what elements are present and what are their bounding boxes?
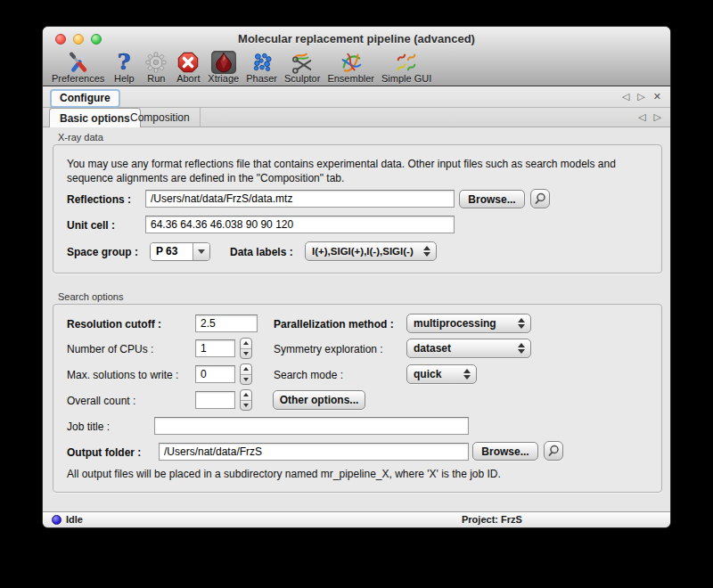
simple-gui-icon bbox=[394, 51, 419, 74]
output-folder-browse-button[interactable]: Browse... bbox=[472, 442, 538, 461]
project-label: Project: FrzS bbox=[462, 514, 522, 525]
max-solutions-stepper bbox=[240, 363, 252, 385]
tab-close-icon[interactable]: ✕ bbox=[653, 90, 661, 102]
toolbar-label: Abort bbox=[176, 74, 200, 84]
status-text: Idle bbox=[66, 514, 83, 525]
reflections-browse-button[interactable]: Browse... bbox=[459, 190, 525, 208]
toolbar-button-help[interactable]: ? Help bbox=[111, 51, 136, 84]
toolbar-label: Run bbox=[147, 74, 165, 84]
toolbar: Preferences ? Help bbox=[43, 52, 670, 86]
toolbar-label: Simple GUI bbox=[381, 74, 431, 84]
status-indicator-icon bbox=[52, 515, 61, 525]
stepper-up-button[interactable] bbox=[241, 390, 251, 401]
tab-configure-label: Configure bbox=[60, 92, 111, 104]
abort-icon bbox=[176, 51, 201, 74]
tab-composition-label: Composition bbox=[130, 111, 190, 124]
stepper-down-button[interactable] bbox=[241, 349, 251, 359]
reflections-label: Reflections : bbox=[67, 193, 131, 206]
toolbar-button-run[interactable]: Run bbox=[143, 51, 168, 84]
title-bar: Molecular replacement pipeline (advanced… bbox=[43, 27, 670, 52]
number-of-cpus-label: Number of CPUs : bbox=[67, 343, 153, 355]
output-folder-input[interactable] bbox=[159, 443, 469, 461]
toolbar-label: Sculptor bbox=[284, 74, 320, 84]
xray-description: You may use any format reflections file … bbox=[67, 157, 616, 185]
popup-arrows-icon bbox=[516, 318, 527, 329]
symmetry-exploration-select[interactable]: dataset bbox=[406, 339, 531, 358]
stepper-down-button[interactable] bbox=[241, 375, 251, 385]
output-folder-search-button[interactable] bbox=[544, 441, 563, 461]
stepper-up-button[interactable] bbox=[241, 339, 251, 349]
popup-arrows-icon bbox=[422, 246, 432, 257]
window-title: Molecular replacement pipeline (advanced… bbox=[43, 32, 670, 45]
svg-text:?: ? bbox=[118, 51, 131, 74]
reflections-input[interactable] bbox=[145, 190, 455, 208]
tab-configure[interactable]: Configure bbox=[50, 89, 120, 108]
ensembler-icon bbox=[339, 51, 364, 74]
search-mode-label: Search mode : bbox=[274, 369, 343, 381]
toolbar-button-sculptor[interactable]: Sculptor bbox=[284, 51, 320, 84]
reflections-search-button[interactable] bbox=[530, 189, 550, 208]
overall-count-input[interactable] bbox=[195, 391, 235, 409]
search-options-group-label: Search options bbox=[58, 291, 123, 302]
job-title-input[interactable] bbox=[154, 417, 469, 435]
job-title-label: Job title : bbox=[67, 421, 110, 433]
notebook-scroll-right-icon[interactable]: ▷ bbox=[654, 111, 661, 123]
parallelization-method-label: Parallelization method : bbox=[274, 318, 394, 331]
output-note: All output files will be placed in a sub… bbox=[67, 468, 501, 480]
resolution-cutoff-label: Resolution cutoff : bbox=[67, 318, 161, 331]
popup-arrows-icon bbox=[516, 343, 527, 354]
toolbar-button-simple-gui[interactable]: Simple GUI bbox=[381, 51, 431, 84]
max-solutions-input[interactable] bbox=[195, 365, 235, 383]
output-folder-label: Output folder : bbox=[67, 446, 141, 459]
stepper-up-button[interactable] bbox=[241, 364, 251, 375]
parallelization-method-select[interactable]: multiprocessing bbox=[406, 314, 531, 333]
notebook-scroll-left-icon[interactable]: ◁ bbox=[638, 111, 645, 123]
toolbar-label: Help bbox=[114, 74, 135, 84]
resolution-cutoff-input[interactable] bbox=[195, 314, 258, 332]
search-mode-value: quick bbox=[414, 368, 462, 380]
data-labels-value: I(+),SIGI(+),I(-),SIGI(-) bbox=[312, 246, 422, 257]
other-options-button[interactable]: Other options... bbox=[273, 390, 365, 410]
combo-dropdown-icon[interactable] bbox=[193, 243, 209, 260]
space-group-value: P 63 bbox=[151, 243, 193, 260]
document-tab-bar: Configure ◁ ▷ ✕ bbox=[43, 86, 670, 108]
toolbar-button-preferences[interactable]: Preferences bbox=[52, 51, 104, 84]
stepper-down-button[interactable] bbox=[241, 401, 251, 411]
toolbar-button-phaser[interactable]: Phaser bbox=[246, 51, 277, 84]
tab-composition[interactable]: Composition bbox=[120, 108, 201, 127]
toolbar-button-ensembler[interactable]: Ensembler bbox=[327, 51, 374, 84]
magnifier-icon bbox=[546, 444, 561, 458]
unit-cell-input[interactable] bbox=[145, 216, 455, 233]
parallelization-method-value: multiprocessing bbox=[414, 317, 516, 330]
toolbar-label: Ensembler bbox=[327, 74, 374, 84]
data-labels-select[interactable]: I(+),SIGI(+),I(-),SIGI(-) bbox=[305, 241, 437, 261]
unit-cell-label: Unit cell : bbox=[67, 219, 115, 232]
tab-basic-options-label: Basic options bbox=[60, 112, 130, 125]
xray-data-group-label: X-ray data bbox=[58, 132, 103, 143]
tab-scroll-right-icon[interactable]: ▷ bbox=[637, 90, 644, 102]
data-labels-label: Data labels : bbox=[230, 246, 293, 258]
xtriage-icon bbox=[211, 51, 236, 74]
number-of-cpus-input[interactable] bbox=[195, 339, 235, 357]
toolbar-button-abort[interactable]: Abort bbox=[176, 51, 201, 84]
space-group-label: Space group : bbox=[67, 246, 138, 258]
overall-count-stepper bbox=[240, 389, 252, 411]
number-of-cpus-stepper bbox=[240, 338, 252, 359]
preferences-tools-icon bbox=[66, 51, 91, 74]
toolbar-label: Preferences bbox=[52, 74, 104, 84]
status-bar: Idle Project: FrzS bbox=[43, 511, 670, 527]
toolbar-label: Xtriage bbox=[208, 74, 239, 84]
popup-arrows-icon bbox=[462, 369, 472, 380]
space-group-combo[interactable]: P 63 bbox=[150, 242, 210, 261]
overall-count-label: Overall count : bbox=[67, 395, 135, 407]
search-mode-select[interactable]: quick bbox=[406, 364, 477, 384]
phaser-icon bbox=[250, 51, 275, 74]
tab-scroll-left-icon[interactable]: ◁ bbox=[622, 90, 629, 102]
toolbar-label: Phaser bbox=[246, 74, 277, 84]
symmetry-exploration-value: dataset bbox=[414, 342, 516, 355]
symmetry-exploration-label: Symmetry exploration : bbox=[274, 343, 383, 355]
toolbar-button-xtriage[interactable]: Xtriage bbox=[208, 51, 239, 84]
app-window: Molecular replacement pipeline (advanced… bbox=[43, 27, 670, 527]
magnifier-icon bbox=[533, 192, 547, 206]
help-icon: ? bbox=[111, 51, 136, 74]
